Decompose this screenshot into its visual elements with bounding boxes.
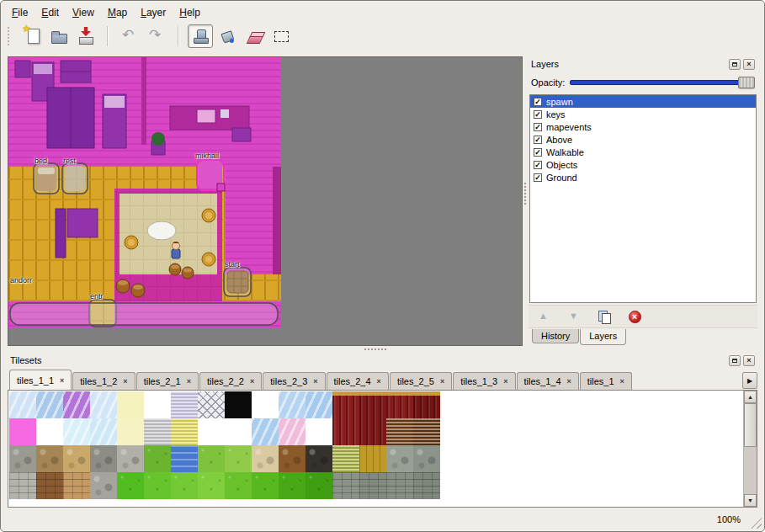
layer-row-Walkable[interactable]: ✓Walkable — [530, 146, 756, 158]
close-tab-icon[interactable]: × — [620, 377, 624, 386]
tile-3-8[interactable] — [225, 472, 252, 499]
tile-2-1[interactable] — [36, 445, 63, 472]
undo-button[interactable] — [117, 24, 142, 48]
tile-3-9[interactable] — [252, 472, 279, 499]
tile-0-1[interactable] — [36, 391, 63, 418]
close-panel-button[interactable] — [743, 59, 755, 70]
menu-edit[interactable]: Edit — [35, 5, 65, 20]
float-tilesets-button[interactable] — [729, 355, 741, 366]
layer-visibility-checkbox[interactable]: ✓ — [534, 136, 542, 144]
tile-2-15[interactable] — [413, 445, 440, 472]
rectangular-select-button[interactable] — [268, 24, 294, 48]
tile-3-15[interactable] — [413, 472, 440, 499]
layer-row-keys[interactable]: ✓keys — [530, 108, 756, 120]
opacity-slider-track[interactable] — [570, 80, 752, 85]
tile-2-4[interactable] — [117, 445, 144, 472]
scrollbar-thumb[interactable] — [744, 403, 757, 447]
tile-1-1[interactable] — [36, 418, 63, 445]
close-tilesets-button[interactable] — [743, 355, 755, 366]
tile-2-3[interactable] — [90, 445, 117, 472]
tile-0-7[interactable] — [198, 391, 225, 418]
vertical-splitter[interactable] — [523, 56, 529, 346]
tile-0-2[interactable] — [63, 391, 90, 418]
tile-2-12[interactable] — [332, 445, 359, 472]
close-tab-icon[interactable]: × — [313, 377, 317, 386]
float-panel-button[interactable] — [729, 59, 741, 70]
tile-3-2[interactable] — [63, 472, 90, 499]
map-canvas[interactable]: bedrestmikhailstartandorrentr — [8, 57, 281, 328]
menu-map[interactable]: Map — [102, 5, 133, 20]
tile-3-7[interactable] — [198, 472, 225, 499]
opacity-slider[interactable] — [570, 76, 755, 89]
tile-0-12[interactable] — [332, 391, 359, 418]
open-map-button[interactable] — [46, 24, 72, 48]
layer-visibility-checkbox[interactable]: ✓ — [534, 98, 542, 106]
horizontal-splitter[interactable] — [1, 346, 764, 353]
tab-history[interactable]: History — [532, 329, 579, 343]
close-tab-icon[interactable]: × — [503, 377, 507, 386]
menu-layer[interactable]: Layer — [135, 5, 172, 20]
tile-0-5[interactable] — [144, 391, 171, 418]
tile-1-12[interactable] — [332, 418, 359, 445]
layer-row-spawn[interactable]: ✓spawn — [530, 95, 756, 108]
layer-visibility-checkbox[interactable]: ✓ — [534, 161, 542, 169]
close-tab-icon[interactable]: × — [377, 377, 381, 386]
tile-3-5[interactable] — [144, 472, 171, 499]
layer-row-Objects[interactable]: ✓Objects — [530, 158, 756, 171]
tile-3-10[interactable] — [279, 472, 305, 499]
duplicate-layer-button[interactable] — [594, 307, 614, 326]
stamp-brush-button[interactable] — [188, 24, 213, 48]
lower-layer-button[interactable] — [564, 307, 584, 326]
tab-layers[interactable]: Layers — [580, 329, 626, 345]
tile-0-6[interactable] — [171, 391, 198, 418]
scroll-down-button[interactable] — [744, 494, 757, 507]
delete-layer-button[interactable] — [624, 307, 645, 326]
tileset-view[interactable] — [8, 390, 757, 508]
tile-3-3[interactable] — [90, 472, 117, 499]
tile-3-6[interactable] — [171, 472, 198, 499]
map-view[interactable]: bedrestmikhailstartandorrentr — [8, 56, 523, 346]
tile-1-10[interactable] — [279, 418, 305, 445]
tile-3-14[interactable] — [386, 472, 413, 499]
menu-file[interactable]: File — [6, 5, 34, 20]
layer-visibility-checkbox[interactable]: ✓ — [534, 123, 542, 131]
tile-2-11[interactable] — [305, 445, 332, 472]
tile-1-6[interactable] — [171, 418, 198, 445]
tileset-tab-tiles_2_3[interactable]: tiles_2_3× — [263, 372, 325, 390]
tile-2-13[interactable] — [359, 445, 386, 472]
tile-2-9[interactable] — [252, 445, 279, 472]
opacity-slider-handle[interactable] — [738, 77, 755, 88]
menu-help[interactable]: Help — [173, 5, 206, 20]
tile-0-9[interactable] — [252, 391, 279, 418]
tile-1-13[interactable] — [359, 418, 386, 445]
tile-1-9[interactable] — [252, 418, 279, 445]
tile-2-10[interactable] — [279, 445, 305, 472]
tile-2-0[interactable] — [9, 445, 36, 472]
tile-2-5[interactable] — [144, 445, 171, 472]
layer-visibility-checkbox[interactable]: ✓ — [534, 148, 542, 157]
tile-3-1[interactable] — [36, 472, 63, 499]
close-tab-icon[interactable]: × — [567, 377, 571, 386]
tile-3-4[interactable] — [117, 472, 144, 499]
tile-2-2[interactable] — [63, 445, 90, 472]
tile-1-0[interactable] — [9, 418, 36, 445]
tileset-tab-tiles_2_2[interactable]: tiles_2_2× — [199, 372, 262, 390]
tileset-tab-tiles_1[interactable]: tiles_1× — [580, 372, 632, 390]
tileset-tab-tiles_1_2[interactable]: tiles_1_2× — [72, 372, 135, 390]
tile-3-13[interactable] — [359, 472, 386, 499]
tile-3-0[interactable] — [9, 472, 36, 499]
tile-0-10[interactable] — [279, 391, 305, 418]
tileset-scrollbar[interactable] — [743, 391, 757, 507]
redo-button[interactable] — [144, 24, 169, 48]
tile-2-14[interactable] — [386, 445, 413, 472]
layer-row-Above[interactable]: ✓Above — [530, 133, 756, 146]
new-map-button[interactable] — [19, 24, 45, 48]
tile-0-11[interactable] — [305, 391, 332, 418]
scroll-up-button[interactable] — [744, 391, 757, 403]
save-map-button[interactable] — [73, 24, 98, 48]
tile-2-8[interactable] — [225, 445, 252, 472]
raise-layer-button[interactable] — [534, 307, 554, 326]
tile-0-14[interactable] — [386, 391, 413, 418]
tile-1-3[interactable] — [90, 418, 117, 445]
close-tab-icon[interactable]: × — [123, 377, 127, 386]
